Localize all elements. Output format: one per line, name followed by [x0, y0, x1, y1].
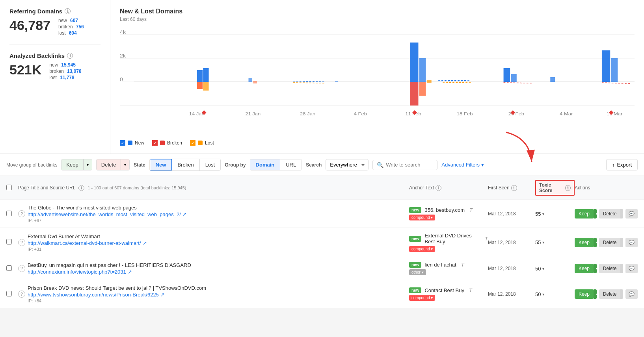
row-1-chat-button[interactable]: 💬 [625, 209, 638, 218]
groupby-domain-button[interactable]: Domain [250, 159, 281, 170]
row-3-delete-button[interactable]: Delete [599, 264, 621, 273]
legend-new-checkbox[interactable]: ✓ [120, 140, 125, 146]
row-4-delete-button-group[interactable]: Delete ▾ [599, 289, 623, 299]
row-1-delete-button-group[interactable]: Delete ▾ [599, 209, 623, 218]
advanced-filters-chevron-icon: ▾ [481, 162, 484, 168]
row-1-keep-button-group[interactable]: Keep ▾ [575, 209, 597, 218]
row-4-keep-dropdown[interactable]: ▾ [594, 289, 597, 299]
row-4-keep-button[interactable]: Keep [575, 289, 594, 299]
row-3-keep-button[interactable]: Keep [575, 264, 594, 273]
row-1-delete-button[interactable]: Delete [599, 209, 621, 218]
row-2-chat-button[interactable]: 💬 [625, 238, 638, 247]
col-toxic-info-icon[interactable]: ℹ [565, 185, 571, 191]
state-broken-button[interactable]: Broken [172, 159, 199, 170]
col-page-title-info-icon[interactable]: ℹ [78, 185, 84, 191]
search-input[interactable] [386, 162, 433, 168]
groupby-url-button[interactable]: URL [280, 159, 302, 170]
ab-broken-value: 13,078 [67, 69, 82, 74]
referring-domains-number: 46,787 [9, 18, 50, 33]
groupby-label: Group by [225, 162, 246, 168]
keep-dropdown-arrow[interactable]: ▾ [83, 159, 92, 170]
row-3-keep-button-group[interactable]: Keep ▾ [575, 264, 597, 273]
row-2-checkbox[interactable] [6, 239, 12, 244]
state-new-button[interactable]: New [150, 159, 172, 170]
row-1-toxic-chevron[interactable]: ▾ [542, 212, 544, 216]
analyzed-backlinks-info-icon[interactable]: ℹ [67, 53, 73, 59]
row-2-delete-dropdown[interactable]: ▾ [620, 238, 623, 247]
ab-new-label: new [49, 62, 58, 68]
delete-button[interactable]: Delete [97, 159, 121, 170]
svg-text:25 Feb: 25 Feb [508, 111, 524, 117]
row-1-external-link-icon: ↗ [182, 211, 187, 217]
table-row: ? External Dvd Burner At Walmart http://… [0, 228, 644, 257]
rd-new-label: new [58, 18, 67, 23]
delete-dropdown-arrow[interactable]: ▾ [121, 159, 129, 170]
row-2-help-icon[interactable]: ? [18, 239, 25, 246]
col-anchor-info-icon[interactable]: ℹ [436, 185, 441, 191]
table-row: ? The Globe - The world's most visited w… [0, 200, 644, 228]
row-4-checkbox[interactable] [6, 291, 12, 296]
state-label: State [134, 162, 145, 168]
row-3-help-icon[interactable]: ? [18, 265, 25, 272]
search-label: Search [306, 162, 322, 168]
keep-button-group[interactable]: Keep ▾ [61, 159, 92, 170]
row-3-checkbox[interactable] [6, 265, 12, 271]
keep-button[interactable]: Keep [61, 159, 83, 170]
row-4-toxic-chevron[interactable]: ▾ [542, 292, 544, 296]
search-box[interactable]: 🔍 [372, 160, 437, 170]
legend-lost-checkbox[interactable]: ✓ [190, 140, 195, 146]
select-all-checkbox[interactable] [6, 185, 12, 190]
row-3-toxic-chevron[interactable]: ▾ [542, 267, 544, 271]
row-2-keep-button[interactable]: Keep [575, 238, 594, 247]
row-3-anchor-type[interactable]: other ▾ [409, 269, 426, 275]
row-2-first-seen: Mar 12, 2018 [488, 240, 535, 245]
delete-button-group[interactable]: Delete ▾ [96, 159, 130, 170]
row-1-url[interactable]: http://advertisewebsite.net/the_worlds_m… [28, 211, 409, 217]
row-3-chat-button[interactable]: 💬 [625, 264, 638, 273]
row-2-keep-button-group[interactable]: Keep ▾ [575, 238, 597, 247]
row-4-delete-dropdown[interactable]: ▾ [620, 289, 623, 299]
legend-lost[interactable]: ✓ Lost [190, 140, 214, 146]
row-3-delete-button-group[interactable]: Delete ▾ [599, 264, 623, 273]
svg-rect-19 [410, 82, 418, 106]
row-2-delete-button-group[interactable]: Delete ▾ [599, 238, 623, 247]
row-2-keep-dropdown[interactable]: ▾ [594, 238, 597, 247]
row-2-url[interactable]: http://walkmart.ca/external-dvd-burner-a… [28, 240, 409, 246]
row-1-title: The Globe - The world's most visited web… [28, 205, 409, 211]
row-2-delete-button[interactable]: Delete [599, 238, 621, 247]
row-4-keep-button-group[interactable]: Keep ▾ [575, 289, 597, 299]
row-1-keep-dropdown[interactable]: ▾ [594, 209, 597, 218]
svg-text:2k: 2k [120, 53, 126, 59]
legend-broken-checkbox[interactable]: ✓ [152, 140, 158, 146]
row-4-chat-button[interactable]: 💬 [625, 289, 638, 299]
state-lost-button[interactable]: Lost [200, 159, 221, 170]
legend-broken[interactable]: ✓ Broken [152, 140, 182, 146]
row-2-url-text: http://walkmart.ca/external-dvd-burner-a… [28, 240, 141, 246]
svg-rect-20 [419, 82, 426, 96]
row-3-keep-dropdown[interactable]: ▾ [594, 264, 597, 273]
row-3-delete-dropdown[interactable]: ▾ [620, 264, 623, 273]
svg-rect-25 [511, 74, 517, 82]
row-1-keep-button[interactable]: Keep [575, 209, 594, 218]
row-1-toxic-score: 55 [535, 211, 541, 217]
row-1-delete-dropdown[interactable]: ▾ [620, 209, 623, 218]
row-4-anchor-type[interactable]: compound ▾ [409, 295, 435, 301]
row-1-checkbox[interactable] [6, 211, 12, 216]
row-1-help-icon[interactable]: ? [18, 210, 25, 217]
row-4-delete-button[interactable]: Delete [599, 289, 621, 299]
advanced-filters-button[interactable]: Advanced Filters ▾ [441, 162, 484, 168]
row-4-url[interactable]: http://www.tvshowsonbluray.com/news/Pris… [28, 292, 409, 298]
col-first-seen-info-icon[interactable]: ℹ [511, 185, 517, 191]
legend-new[interactable]: ✓ New [120, 140, 144, 146]
export-button[interactable]: ↑ Export [606, 159, 638, 170]
row-3-url[interactable]: http://connexium.info/viewtopic.php?t=20… [28, 269, 409, 275]
row-2-toxic-chevron[interactable]: ▾ [542, 240, 544, 244]
table-row: ? BestBuy, un magasin qui n est pas cher… [0, 257, 644, 280]
row-2-external-link-icon: ↗ [143, 240, 147, 246]
row-4-help-icon[interactable]: ? [18, 291, 25, 298]
move-group-label: Move group of backlinks [6, 162, 57, 168]
row-2-anchor-type[interactable]: compound ▾ [409, 246, 435, 252]
row-1-anchor-type[interactable]: compound ▾ [409, 215, 435, 220]
search-scope-dropdown[interactable]: Everywhere [326, 159, 369, 170]
referring-domains-info-icon[interactable]: ℹ [65, 8, 71, 14]
